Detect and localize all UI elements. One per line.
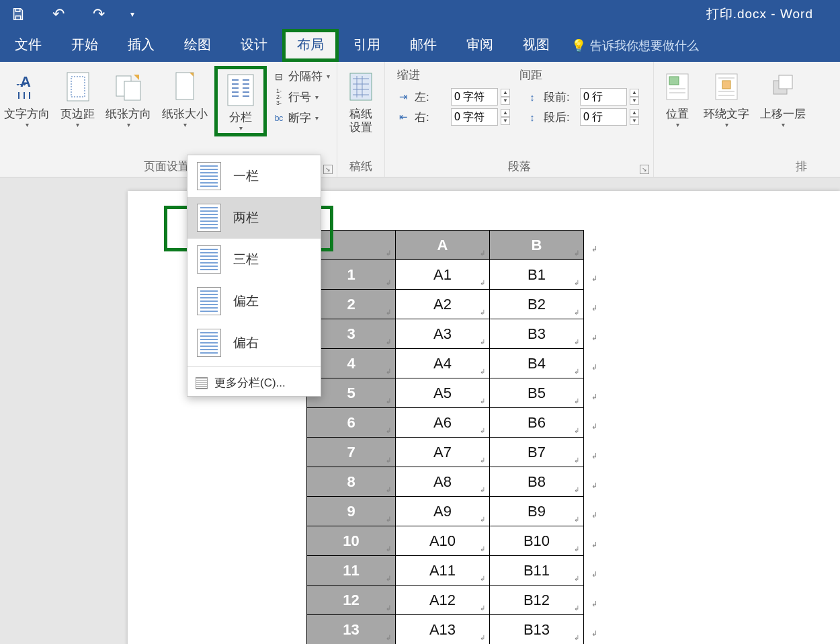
left-gutter — [0, 177, 128, 644]
text-direction-button[interactable]: A 文字方向 — [0, 66, 54, 131]
table-row[interactable]: 1↲A1↲B1↲ — [307, 260, 584, 290]
cell-a[interactable]: A1↲ — [396, 260, 490, 290]
columns-right[interactable]: 偏右 — [187, 322, 321, 364]
cell-b[interactable]: B1↲ — [490, 260, 584, 290]
row-header[interactable]: 9↲ — [307, 497, 396, 526]
table-header-A[interactable]: A↲ — [396, 231, 490, 260]
tab-draw[interactable]: 绘图 — [169, 29, 226, 62]
orientation-button[interactable]: 纸张方向 — [101, 66, 155, 131]
row-header[interactable]: 11↲ — [307, 556, 396, 586]
table-row[interactable]: 13↲A13↲B13↲ — [307, 615, 584, 645]
cell-b[interactable]: B6↲ — [490, 408, 584, 438]
position-icon — [663, 69, 692, 105]
tell-me-search[interactable]: 💡 告诉我你想要做什么 — [564, 38, 706, 62]
indent-right-input[interactable] — [451, 108, 498, 126]
cell-b[interactable]: B11↲ — [490, 556, 584, 586]
cell-a[interactable]: A5↲ — [396, 378, 490, 408]
table-row[interactable]: 8↲A8↲B8↲ — [307, 467, 584, 497]
cell-b[interactable]: B13↲ — [490, 615, 584, 645]
table-row[interactable]: 10↲A10↲B10↲ — [307, 526, 584, 556]
undo-button[interactable]: ↶ — [42, 0, 75, 28]
tab-home[interactable]: 开始 — [56, 29, 113, 62]
tab-review[interactable]: 审阅 — [452, 29, 508, 62]
paragraph-launcher[interactable]: ↘ — [640, 165, 649, 174]
table-row[interactable]: 4↲A4↲B4↲ — [307, 349, 584, 378]
line-numbers-button[interactable]: 1-2-3-行号▾ — [269, 88, 333, 106]
row-header[interactable]: 8↲ — [307, 467, 396, 497]
spacing-before-spinner[interactable]: ▲▼ — [630, 89, 639, 105]
cell-a[interactable]: A6↲ — [396, 408, 490, 438]
row-header[interactable]: 7↲ — [307, 438, 396, 467]
tab-view[interactable]: 视图 — [508, 29, 564, 62]
cell-b[interactable]: B4↲ — [490, 349, 584, 378]
tab-layout[interactable]: 布局 — [282, 29, 339, 62]
cell-b[interactable]: B9↲ — [490, 497, 584, 526]
cell-a[interactable]: A10↲ — [396, 526, 490, 556]
row-header[interactable]: 13↲ — [307, 615, 396, 645]
margins-button[interactable]: 页边距 — [56, 66, 99, 131]
cell-a[interactable]: A3↲ — [396, 319, 490, 349]
tab-design[interactable]: 设计 — [226, 29, 282, 62]
cell-a[interactable]: A13↲ — [396, 615, 490, 645]
bring-forward-button[interactable]: 上移一层 — [756, 66, 810, 131]
table-row[interactable]: 11↲A11↲B11↲ — [307, 556, 584, 586]
qat-customize[interactable]: ▾ — [122, 0, 142, 28]
position-button[interactable]: 位置 — [658, 66, 697, 131]
breaks-button[interactable]: ⊟分隔符▾ — [269, 67, 333, 85]
redo-button[interactable]: ↷ — [82, 0, 116, 28]
columns-three[interactable]: 三栏 — [187, 239, 321, 280]
paragraph-mark: ↲ — [591, 333, 597, 342]
spacing-after-input[interactable] — [580, 108, 627, 126]
page-setup-launcher[interactable]: ↘ — [323, 165, 333, 174]
spacing-before-input[interactable] — [580, 88, 627, 106]
cell-a[interactable]: A9↲ — [396, 497, 490, 526]
columns-button[interactable]: 分栏 — [214, 66, 267, 136]
table-row[interactable]: 7↲A7↲B7↲ — [307, 438, 584, 467]
cell-b[interactable]: B2↲ — [490, 290, 584, 319]
cell-a[interactable]: A4↲ — [396, 349, 490, 378]
save-button[interactable] — [1, 0, 35, 28]
columns-left[interactable]: 偏左 — [187, 280, 321, 322]
tab-references[interactable]: 引用 — [339, 29, 395, 62]
spacing-after-row: ↕ 段后: ▲▼ — [523, 108, 639, 126]
indent-right-spinner[interactable]: ▲▼ — [501, 109, 510, 125]
row-header[interactable]: 12↲ — [307, 586, 396, 615]
table-row[interactable]: 12↲A12↲B12↲ — [307, 586, 584, 615]
table-row[interactable]: 5↲A5↲B5↲ — [307, 378, 584, 408]
table-row[interactable]: 3↲A3↲B3↲ — [307, 319, 584, 349]
columns-one[interactable]: 一栏 — [187, 155, 321, 197]
table-row[interactable]: 2↲A2↲B2↲ — [307, 290, 584, 319]
indent-left-spinner[interactable]: ▲▼ — [501, 89, 510, 105]
document-table[interactable]: ↲A↲B↲ 1↲A1↲B1↲2↲A2↲B2↲3↲A3↲B3↲4↲A4↲B4↲5↲… — [306, 230, 584, 644]
table-row[interactable]: 9↲A9↲B9↲ — [307, 497, 584, 526]
row-header[interactable]: 10↲ — [307, 526, 396, 556]
tab-insert[interactable]: 插入 — [113, 29, 169, 62]
spacing-after-spinner[interactable]: ▲▼ — [630, 109, 639, 125]
lightbulb-icon: 💡 — [571, 38, 586, 53]
cell-b[interactable]: B5↲ — [490, 378, 584, 408]
group-paragraph: 缩进 间距 ⇥ 左: ▲▼ ⇤ 右: ▲▼ — [385, 62, 654, 177]
cell-b[interactable]: B10↲ — [490, 526, 584, 556]
indent-left-input[interactable] — [451, 88, 498, 106]
breaks-icon: ⊟ — [272, 70, 286, 83]
cell-b[interactable]: B3↲ — [490, 319, 584, 349]
size-button[interactable]: 纸张大小 — [158, 66, 212, 131]
cell-a[interactable]: A11↲ — [396, 556, 490, 586]
wrap-text-button[interactable]: 环绕文字 — [700, 66, 753, 131]
manuscript-settings-button[interactable]: 稿纸 设置 — [341, 66, 380, 136]
cell-a[interactable]: A8↲ — [396, 467, 490, 497]
table-header-B[interactable]: B↲ — [490, 231, 584, 260]
cell-a[interactable]: A2↲ — [396, 290, 490, 319]
cell-a[interactable]: A12↲ — [396, 586, 490, 615]
cell-b[interactable]: B8↲ — [490, 467, 584, 497]
tab-file[interactable]: 文件 — [0, 29, 56, 62]
cell-b[interactable]: B7↲ — [490, 438, 584, 467]
table-row[interactable]: 6↲A6↲B6↲ — [307, 408, 584, 438]
columns-more[interactable]: 更多分栏(C)... — [187, 370, 321, 396]
cell-a[interactable]: A7↲ — [396, 438, 490, 467]
tab-mailings[interactable]: 邮件 — [395, 29, 452, 62]
hyphenation-button[interactable]: bc断字▾ — [269, 109, 333, 127]
cell-b[interactable]: B12↲ — [490, 586, 584, 615]
row-header[interactable]: 6↲ — [307, 408, 396, 438]
columns-two[interactable]: 两栏 — [187, 197, 321, 239]
